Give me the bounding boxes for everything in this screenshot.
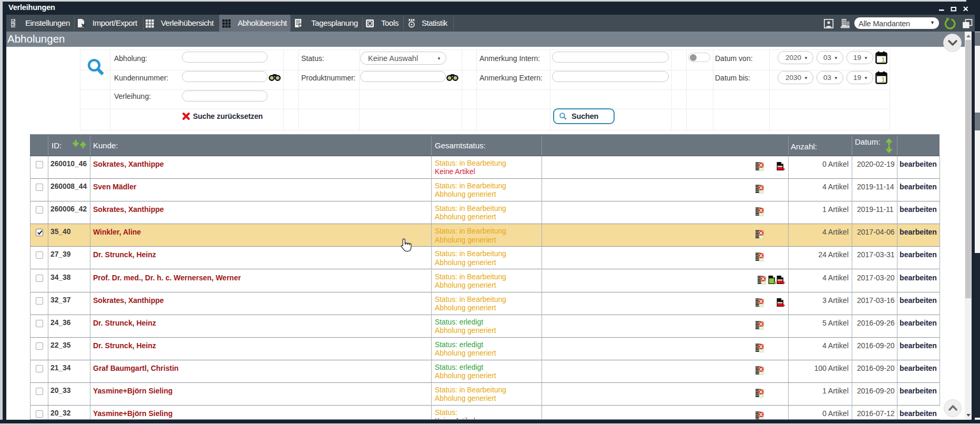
svg-text:1: 1 — [881, 76, 885, 84]
svg-text:1: 1 — [881, 56, 885, 64]
